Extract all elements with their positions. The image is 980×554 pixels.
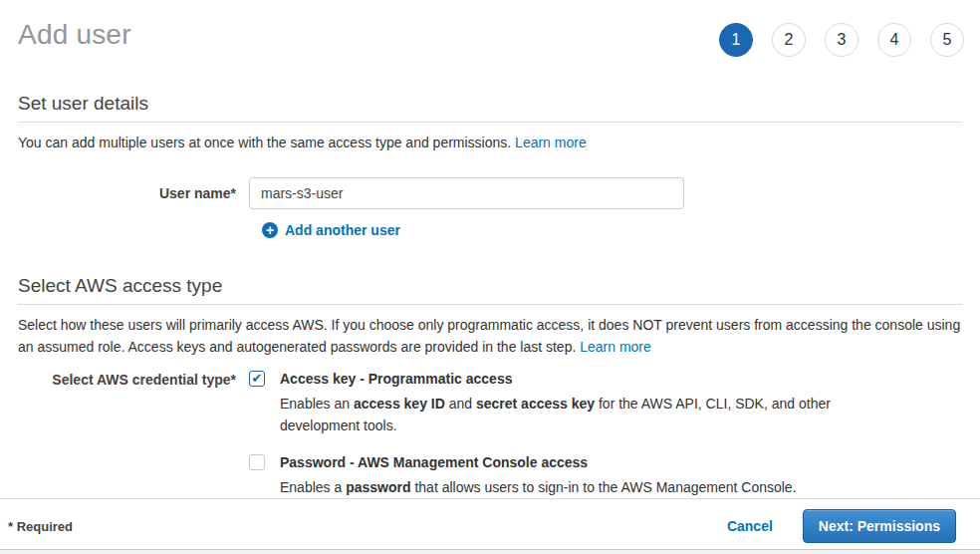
wizard-header: Add user 1 2 3 4 5	[0, 0, 980, 57]
console-access-description: Enables a password that allows users to …	[280, 476, 797, 498]
section-divider	[18, 122, 962, 123]
wizard-content: Set user details You can add multiple us…	[0, 57, 980, 498]
step-1[interactable]: 1	[719, 23, 753, 57]
cancel-button[interactable]: Cancel	[727, 518, 773, 534]
username-label: User name*	[18, 177, 249, 201]
next-permissions-button[interactable]: Next: Permissions	[803, 509, 956, 543]
learn-more-link[interactable]: Learn more	[580, 339, 651, 355]
option-programmatic-access: ✔ Access key - Programmatic access Enabl…	[249, 370, 838, 436]
step-4[interactable]: 4	[877, 23, 911, 57]
access-type-heading: Select AWS access type	[18, 275, 962, 297]
step-2[interactable]: 2	[772, 23, 806, 57]
add-user-wizard: Add user 1 2 3 4 5 Set user details You …	[0, 0, 980, 550]
add-another-user-label: Add another user	[285, 222, 400, 238]
user-details-intro: You can add multiple users at once with …	[18, 132, 962, 153]
step-indicator: 1 2 3 4 5	[719, 23, 964, 57]
credential-options: ✔ Access key - Programmatic access Enabl…	[249, 370, 838, 498]
programmatic-access-description: Enables an access key ID and secret acce…	[280, 393, 838, 436]
username-input[interactable]	[249, 177, 684, 209]
wizard-footer: * Required Cancel Next: Permissions	[0, 498, 980, 554]
access-type-intro: Select how these users will primarily ac…	[18, 314, 962, 358]
option-console-access: ✔ Password - AWS Management Console acce…	[249, 453, 838, 498]
programmatic-access-title: Access key - Programmatic access	[280, 370, 838, 389]
section-divider	[18, 304, 962, 305]
credential-type-row: Select AWS credential type* ✔ Access key…	[18, 370, 962, 498]
page-title: Add user	[18, 16, 131, 54]
learn-more-link[interactable]: Learn more	[515, 135, 587, 150]
console-access-title: Password - AWS Management Console access	[280, 453, 797, 472]
add-another-user-button[interactable]: + Add another user	[262, 222, 962, 238]
plus-circle-icon: +	[262, 222, 278, 238]
checkmark-icon: ✔	[252, 372, 263, 385]
user-details-heading: Set user details	[18, 93, 962, 115]
username-row: User name*	[18, 177, 962, 209]
programmatic-access-checkbox[interactable]: ✔	[249, 371, 265, 387]
required-note: * Required	[8, 519, 73, 534]
console-access-checkbox[interactable]: ✔	[249, 454, 265, 470]
step-3[interactable]: 3	[825, 23, 858, 57]
credential-type-label: Select AWS credential type*	[18, 370, 249, 388]
step-5[interactable]: 5	[930, 23, 964, 57]
